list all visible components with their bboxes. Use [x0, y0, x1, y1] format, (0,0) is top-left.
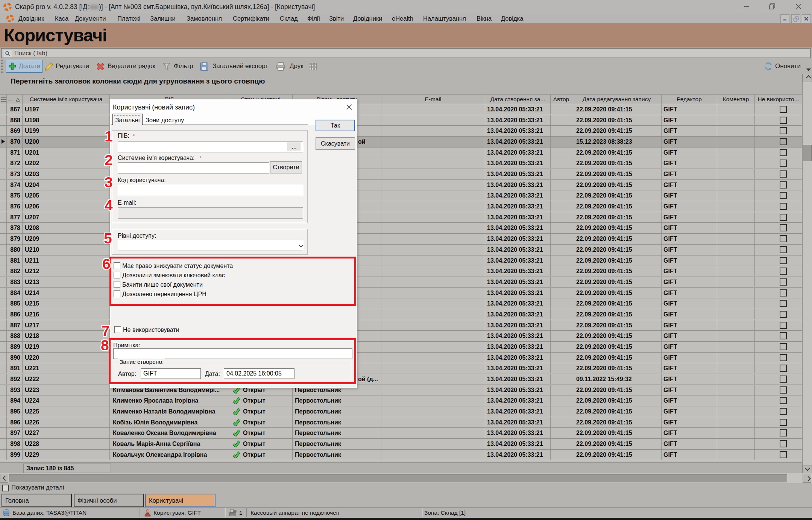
- not-used-checkbox[interactable]: [780, 332, 787, 339]
- not-used-checkbox[interactable]: [780, 224, 787, 231]
- window-minimize-button[interactable]: [738, 0, 755, 13]
- menu-item-7[interactable]: Сертифікати: [233, 14, 269, 23]
- not-used-checkbox[interactable]: [780, 170, 787, 178]
- not-use-checkbox[interactable]: [114, 326, 121, 333]
- refresh-dropdown-caret[interactable]: [806, 68, 811, 71]
- table-row-894[interactable]: 894U224Клименко Ярослава ІгорівнаОткрытП…: [0, 395, 802, 406]
- table-row-896[interactable]: 896U226Кобізь Юлія ВолодимирівнаОткрытПе…: [0, 417, 802, 428]
- not-used-checkbox[interactable]: [780, 300, 787, 307]
- scroll-up-button[interactable]: [803, 74, 812, 82]
- delete-row-button[interactable]: Видалити рядок: [108, 59, 155, 74]
- menu-item-9[interactable]: Філії: [307, 14, 320, 23]
- document-tab-3[interactable]: Користувачі: [145, 494, 216, 507]
- menu-item-13[interactable]: Налаштування: [423, 14, 466, 23]
- not-used-checkbox[interactable]: [780, 429, 787, 436]
- not-used-checkbox[interactable]: [780, 149, 787, 156]
- not-used-checkbox[interactable]: [780, 181, 787, 189]
- menu-item-5[interactable]: Залишки: [150, 14, 176, 23]
- create-button[interactable]: Створити: [270, 161, 302, 173]
- not-used-checkbox[interactable]: [780, 192, 787, 199]
- menu-item-1[interactable]: Довідник: [18, 14, 44, 23]
- menu-item-8[interactable]: Склад: [280, 14, 298, 23]
- mdi-restore-button[interactable]: [791, 14, 800, 23]
- toolbar-grip[interactable]: [1, 60, 3, 73]
- not-used-checkbox[interactable]: [780, 127, 787, 134]
- column-header-author[interactable]: Автор: [551, 95, 572, 104]
- document-tab-1[interactable]: Головна: [2, 494, 72, 507]
- window-close-button[interactable]: [790, 0, 807, 13]
- scroll-down-button[interactable]: [803, 465, 812, 473]
- not-used-checkbox[interactable]: [780, 106, 787, 113]
- show-details-checkbox[interactable]: [2, 485, 9, 491]
- email-input[interactable]: [118, 207, 303, 219]
- mdi-close-button[interactable]: [802, 14, 811, 23]
- dialog-close-button[interactable]: [345, 103, 353, 111]
- column-header-num[interactable]: ..: [7, 95, 23, 104]
- scroll-left-button[interactable]: [0, 474, 8, 483]
- horizontal-scrollbar[interactable]: [0, 473, 812, 483]
- menu-item-3[interactable]: Документи: [75, 14, 106, 23]
- menu-item-2[interactable]: Каса: [55, 14, 68, 23]
- column-header-edited[interactable]: Дата редагування запису: [572, 95, 662, 104]
- edit-button[interactable]: Редагувати: [56, 59, 89, 74]
- column-header-sysname[interactable]: Системне ім'я користувача: [23, 95, 110, 104]
- filter-button[interactable]: Фільтр: [174, 59, 193, 74]
- menu-item-6[interactable]: Замовлення: [187, 14, 222, 23]
- column-header-notused[interactable]: Не використо...: [755, 95, 802, 104]
- tab-access-zones[interactable]: Зони доступу: [144, 116, 185, 125]
- ok-button[interactable]: Так: [316, 120, 355, 131]
- pib-input[interactable]: [118, 141, 303, 152]
- not-used-checkbox[interactable]: [780, 160, 787, 167]
- search-icon-box[interactable]: [3, 50, 12, 57]
- not-used-checkbox[interactable]: [780, 397, 787, 404]
- not-used-checkbox[interactable]: [780, 268, 787, 275]
- column-header-created[interactable]: Дата створення за...: [485, 95, 551, 104]
- search-input[interactable]: Поиск (Tab): [1, 48, 810, 58]
- not-used-checkbox[interactable]: [780, 257, 787, 264]
- not-used-checkbox[interactable]: [780, 354, 787, 361]
- menu-item-12[interactable]: eHealth: [392, 14, 413, 23]
- sysname-input[interactable]: [118, 162, 269, 173]
- not-used-checkbox[interactable]: [780, 214, 787, 221]
- not-used-checkbox[interactable]: [780, 117, 787, 124]
- not-used-checkbox[interactable]: [780, 278, 787, 286]
- not-used-checkbox[interactable]: [780, 440, 787, 447]
- not-used-checkbox[interactable]: [780, 311, 787, 318]
- table-row-895[interactable]: 895U225Клименко Наталія ВолодимирівнаОтк…: [0, 406, 802, 417]
- menu-item-14[interactable]: Вікна: [477, 14, 492, 23]
- menu-item-4[interactable]: Платежі: [117, 14, 140, 23]
- export-button[interactable]: Загальний експорт: [212, 59, 268, 74]
- vertical-scroll-thumb[interactable]: [803, 145, 812, 161]
- not-used-checkbox[interactable]: [780, 451, 787, 458]
- column-chooser-icon[interactable]: [1, 97, 6, 102]
- user-code-input[interactable]: [118, 185, 303, 196]
- scroll-right-button[interactable]: [803, 474, 811, 483]
- menu-item-11[interactable]: Довідники: [353, 14, 382, 23]
- pib-browse-button[interactable]: ...: [287, 143, 301, 151]
- not-used-checkbox[interactable]: [780, 203, 787, 210]
- not-used-checkbox[interactable]: [780, 235, 787, 242]
- table-row-898[interactable]: 898U228Коваль Марія-Анна СергіївнаОткрыт…: [0, 439, 802, 450]
- not-used-checkbox[interactable]: [780, 289, 787, 296]
- not-used-checkbox[interactable]: [780, 365, 787, 372]
- print-button[interactable]: Друк: [290, 59, 304, 74]
- table-row-899[interactable]: 899U229Ковальчук Олександра ІгорівнаОткр…: [0, 450, 802, 461]
- menu-item-10[interactable]: Звіти: [329, 14, 344, 23]
- cancel-button[interactable]: Скасувати: [316, 137, 355, 150]
- not-used-checkbox[interactable]: [780, 322, 787, 329]
- table-row-897[interactable]: 897U227Коваленко Оксана ВолодимирівнаОтк…: [0, 428, 802, 439]
- refresh-button[interactable]: Оновити: [775, 59, 801, 74]
- vertical-scrollbar[interactable]: [802, 74, 812, 475]
- window-restore-button[interactable]: [763, 0, 781, 13]
- menu-item-15[interactable]: Довідка: [501, 14, 523, 23]
- horizontal-scroll-thumb[interactable]: [9, 474, 787, 482]
- column-header-comment[interactable]: Коментар: [717, 95, 755, 104]
- not-used-checkbox[interactable]: [780, 386, 787, 394]
- mdi-minimize-button[interactable]: [780, 14, 789, 23]
- levels-combo[interactable]: [118, 240, 303, 251]
- not-used-checkbox[interactable]: [780, 343, 787, 350]
- tab-general[interactable]: Загальні: [112, 114, 143, 125]
- column-header-email[interactable]: E-mail: [381, 95, 485, 104]
- not-used-checkbox[interactable]: [780, 408, 787, 415]
- not-used-checkbox[interactable]: [780, 376, 787, 383]
